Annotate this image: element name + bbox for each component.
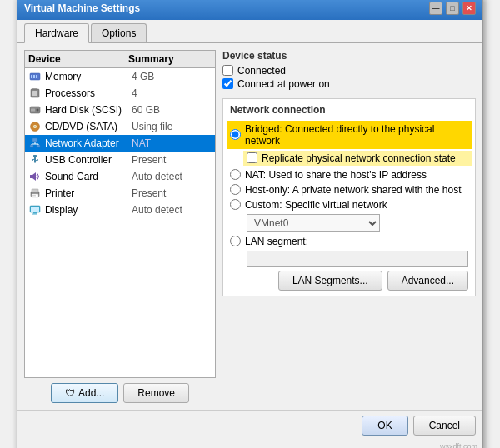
nat-option[interactable]: NAT: Used to share the host's IP address — [230, 169, 468, 181]
network-connection-section: Network connection Bridged: Connected di… — [222, 98, 476, 296]
device-summary: Present — [132, 154, 212, 166]
nat-label: NAT: Used to share the host's IP address — [245, 169, 427, 181]
svg-rect-11 — [31, 108, 35, 111]
hdd-icon — [28, 103, 42, 117]
device-name: Processors — [45, 87, 132, 99]
device-summary: Using file — [132, 121, 212, 132]
left-buttons: 🛡 Add... Remove — [24, 378, 216, 403]
device-name: Display — [45, 204, 132, 216]
table-row[interactable]: CD/DVD (SATA) Using file — [25, 118, 215, 135]
svg-rect-3 — [36, 75, 38, 78]
connect-power-row: Connect at power on — [222, 78, 476, 90]
hostonly-option[interactable]: Host-only: A private network shared with… — [230, 184, 468, 196]
connect-power-checkbox[interactable] — [222, 78, 233, 89]
replicate-label: Replicate physical network connection st… — [262, 152, 456, 164]
minimize-button[interactable]: — — [429, 2, 442, 15]
table-row-network-adapter[interactable]: Network Adapter NAT — [25, 135, 215, 152]
lan-segments-button[interactable]: LAN Segments... — [278, 271, 382, 291]
bridged-label: Bridged: Connected directly to the physi… — [245, 123, 468, 147]
replicate-checkbox[interactable] — [247, 152, 258, 163]
lan-input-row — [247, 251, 468, 267]
lan-label: LAN segment: — [245, 236, 308, 247]
ok-button[interactable]: OK — [362, 416, 408, 436]
nat-radio[interactable] — [230, 169, 241, 180]
footer: OK Cancel — [18, 410, 482, 442]
display-icon — [28, 203, 42, 217]
device-summary: 4 GB — [132, 71, 212, 82]
device-status-section: Device status Connected Connect at power… — [222, 50, 476, 92]
add-icon: 🛡 — [65, 387, 75, 399]
svg-rect-23 — [34, 157, 36, 162]
tab-hardware[interactable]: Hardware — [24, 23, 89, 43]
device-name: USB Controller — [45, 154, 132, 166]
device-summary: Auto detect — [132, 171, 212, 182]
tab-options[interactable]: Options — [91, 23, 147, 42]
device-summary: 4 — [132, 87, 212, 99]
header-summary: Summary — [128, 53, 212, 65]
table-row[interactable]: Processors 4 — [25, 85, 215, 102]
replicate-option: Replicate physical network connection st… — [243, 151, 472, 166]
svg-rect-38 — [32, 213, 38, 214]
maximize-button[interactable]: □ — [446, 2, 459, 15]
device-name: Network Adapter — [45, 137, 132, 149]
device-name: Hard Disk (SCSI) — [45, 104, 132, 116]
svg-rect-34 — [32, 197, 38, 197]
close-button[interactable]: ✕ — [462, 2, 476, 15]
usb-icon — [28, 153, 42, 167]
cd-icon — [28, 120, 42, 133]
lan-input[interactable] — [247, 251, 468, 267]
add-button[interactable]: 🛡 Add... — [51, 383, 118, 403]
table-row[interactable]: Sound Card Auto detect — [25, 168, 215, 185]
custom-option[interactable]: Custom: Specific virtual network — [230, 199, 468, 211]
connect-power-label: Connect at power on — [238, 78, 330, 90]
title-bar-buttons: — □ ✕ — [429, 2, 476, 15]
vmnet-dropdown[interactable]: VMnet0 — [247, 214, 380, 232]
cancel-button[interactable]: Cancel — [413, 416, 476, 436]
table-row[interactable]: USB Controller Present — [25, 152, 215, 168]
lan-segment-option: LAN segment: — [230, 236, 468, 247]
network-bottom-buttons: LAN Segments... Advanced... — [230, 271, 468, 291]
device-name: CD/DVD (SATA) — [45, 121, 132, 132]
svg-point-14 — [34, 126, 36, 127]
svg-rect-1 — [31, 75, 32, 78]
window-title: Virtual Machine Settings — [24, 2, 140, 14]
sound-icon — [28, 170, 42, 183]
svg-rect-17 — [37, 145, 40, 147]
device-summary: Present — [132, 187, 212, 199]
printer-icon — [28, 187, 42, 200]
hostonly-radio[interactable] — [230, 184, 241, 195]
tab-bar: Hardware Options — [18, 20, 482, 43]
custom-radio[interactable] — [230, 199, 241, 210]
svg-marker-29 — [32, 172, 36, 181]
device-name: Memory — [45, 71, 132, 82]
svg-rect-5 — [32, 91, 38, 96]
svg-rect-28 — [30, 175, 32, 178]
advanced-button[interactable]: Advanced... — [388, 271, 468, 291]
lan-radio[interactable] — [230, 236, 241, 246]
svg-rect-22 — [33, 155, 37, 157]
main-content: Device Summary Memory 4 GB Processor — [18, 43, 482, 410]
virtual-machine-settings-window: Virtual Machine Settings — □ ✕ Hardware … — [17, 0, 483, 448]
cpu-icon — [28, 87, 42, 100]
custom-label: Custom: Specific virtual network — [245, 199, 388, 211]
device-summary: Auto detect — [132, 204, 212, 216]
connected-row: Connected — [222, 65, 476, 77]
connected-checkbox[interactable] — [222, 65, 233, 76]
network-section-title: Network connection — [230, 104, 468, 116]
left-panel: Device Summary Memory 4 GB Processor — [24, 50, 216, 403]
watermark: wsxdft.com — [18, 442, 482, 449]
remove-button[interactable]: Remove — [123, 383, 189, 403]
vmnet-dropdown-row: VMnet0 — [247, 214, 468, 232]
device-status-label: Device status — [222, 50, 476, 62]
memory-icon — [28, 70, 42, 83]
table-row[interactable]: Hard Disk (SCSI) 60 GB — [25, 102, 215, 118]
svg-rect-36 — [31, 207, 39, 212]
device-summary: NAT — [132, 137, 212, 149]
bridged-option[interactable]: Bridged: Connected directly to the physi… — [227, 121, 472, 149]
table-row[interactable]: Display Auto detect — [25, 202, 215, 218]
table-row[interactable]: Printer Present — [25, 185, 215, 202]
bridged-radio[interactable] — [230, 129, 241, 140]
svg-rect-2 — [33, 75, 35, 78]
table-row[interactable]: Memory 4 GB — [25, 68, 215, 85]
device-summary: 60 GB — [132, 104, 212, 116]
